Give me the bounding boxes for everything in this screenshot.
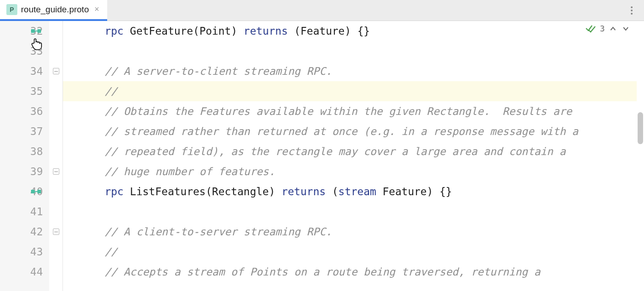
fold-cell [49, 242, 62, 262]
line-number-gutter: 32333435363738394041424344 [0, 21, 49, 291]
fold-cell[interactable] [49, 161, 62, 182]
next-highlight-icon[interactable] [621, 24, 630, 33]
prev-highlight-icon[interactable] [608, 24, 618, 33]
rpc-method-icon[interactable] [31, 188, 41, 195]
scrollbar[interactable] [637, 21, 644, 291]
code-line[interactable]: // huge number of features. [63, 161, 637, 182]
line-number[interactable]: 41 [0, 202, 49, 222]
inspection-widget: 3 [585, 24, 630, 33]
code-line[interactable]: // Accepts a stream of Points on a route… [63, 262, 637, 282]
editor-tab[interactable]: P route_guide.proto × [0, 0, 107, 21]
line-number[interactable]: 36 [0, 101, 49, 121]
line-number[interactable]: 42 [0, 222, 49, 242]
scrollbar-thumb[interactable] [638, 112, 643, 144]
code-line[interactable]: // repeated field), as the rectangle may… [63, 141, 637, 161]
fold-cell [49, 182, 62, 202]
proto-file-icon: P [6, 4, 17, 15]
code-line[interactable] [63, 202, 637, 222]
line-number[interactable]: 38 [0, 141, 49, 161]
more-options-icon[interactable] [627, 4, 637, 17]
tab-filename: route_guide.proto [21, 5, 89, 15]
code-area[interactable]: 3 rpc GetFeature(Point) returns (Feature… [63, 21, 637, 291]
fold-cell [49, 81, 62, 101]
code-line[interactable]: // [63, 81, 637, 101]
code-line[interactable]: // [63, 242, 637, 262]
editor: 32333435363738394041424344 3 rpc GetFeat… [0, 21, 644, 291]
fold-gutter [49, 21, 63, 291]
code-line[interactable]: // A server-to-client streaming RPC. [63, 61, 637, 81]
fold-cell [49, 101, 62, 121]
code-line[interactable]: // A client-to-server streaming RPC. [63, 222, 637, 242]
inspection-checks-icon[interactable] [585, 25, 596, 33]
code-line[interactable] [63, 41, 637, 61]
line-number[interactable]: 40 [0, 182, 49, 202]
fold-collapse-icon[interactable] [53, 168, 59, 175]
code-line[interactable]: rpc GetFeature(Point) returns (Feature) … [63, 21, 637, 41]
rpc-method-icon[interactable] [31, 27, 41, 35]
fold-cell [49, 202, 62, 222]
code-line[interactable]: // Obtains the Features available within… [63, 101, 637, 121]
line-number[interactable]: 37 [0, 121, 49, 141]
line-number[interactable]: 32 [0, 21, 49, 41]
fold-collapse-icon[interactable] [53, 68, 59, 74]
fold-cell [49, 21, 62, 41]
svg-point-2 [631, 13, 633, 15]
fold-cell[interactable] [49, 61, 62, 81]
line-number[interactable]: 43 [0, 242, 49, 262]
inspection-count: 3 [600, 24, 605, 33]
code-line[interactable]: // streamed rather than returned at once… [63, 121, 637, 141]
line-number[interactable]: 34 [0, 61, 49, 81]
tab-bar: P route_guide.proto × [0, 0, 644, 21]
fold-collapse-icon[interactable] [53, 229, 59, 235]
svg-point-1 [631, 10, 633, 11]
fold-cell [49, 121, 62, 141]
fold-cell[interactable] [49, 222, 62, 242]
svg-point-0 [631, 6, 633, 8]
line-number[interactable]: 44 [0, 262, 49, 282]
fold-cell [49, 141, 62, 161]
line-number[interactable]: 35 [0, 81, 49, 101]
code-line[interactable]: rpc ListFeatures(Rectangle) returns (str… [63, 182, 637, 202]
line-number[interactable]: 39 [0, 161, 49, 182]
close-icon[interactable]: × [93, 4, 101, 15]
fold-cell [49, 41, 62, 61]
hand-cursor-icon [31, 37, 43, 53]
fold-cell [49, 262, 62, 282]
